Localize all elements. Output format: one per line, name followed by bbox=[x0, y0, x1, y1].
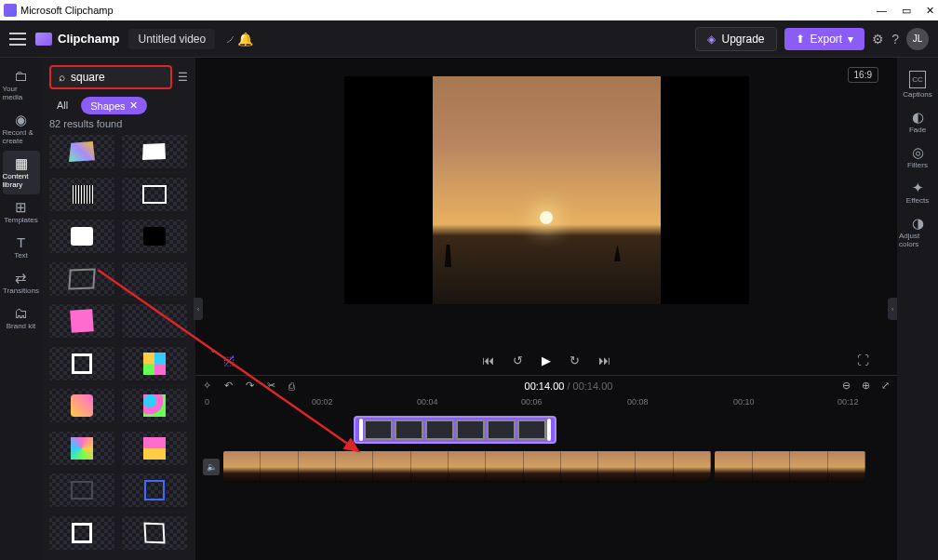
shape-thumb[interactable] bbox=[122, 178, 187, 211]
clip-handle-left[interactable] bbox=[359, 419, 363, 441]
shape-thumb[interactable] bbox=[49, 304, 114, 338]
shape-thumb[interactable] bbox=[122, 389, 187, 422]
shape-thumb[interactable] bbox=[122, 516, 187, 550]
shape-thumb[interactable] bbox=[49, 473, 114, 507]
video-preview[interactable] bbox=[344, 76, 749, 304]
settings-icon[interactable]: ⚙ bbox=[872, 32, 884, 47]
fade-icon: ◐ bbox=[912, 110, 924, 124]
video-track: 🔈 bbox=[203, 449, 890, 485]
clip-frame bbox=[364, 420, 393, 440]
shape-clip[interactable] bbox=[354, 416, 556, 444]
sun bbox=[540, 211, 553, 224]
undo-icon[interactable]: ↶ bbox=[224, 380, 233, 392]
rail-templates[interactable]: ⊞Templates bbox=[3, 194, 40, 230]
project-title[interactable]: Untitled video bbox=[128, 29, 215, 49]
aspect-badge[interactable]: 16:9 bbox=[848, 67, 878, 83]
video-clip[interactable] bbox=[715, 451, 865, 483]
timecode: 00:14.00 / 00:14.00 bbox=[525, 380, 613, 392]
shape-thumb[interactable] bbox=[122, 347, 187, 380]
shape-thumb[interactable] bbox=[122, 473, 187, 507]
minimize-window-button[interactable]: — bbox=[877, 5, 887, 17]
shape-thumb[interactable] bbox=[49, 178, 114, 211]
chevron-down-icon: ▾ bbox=[848, 33, 853, 46]
maximize-window-button[interactable]: ▭ bbox=[902, 5, 911, 17]
folder-icon: 🗀 bbox=[14, 69, 28, 83]
shape-thumb[interactable] bbox=[122, 262, 187, 296]
rail-adjust-colors[interactable]: ◑Adjust colors bbox=[899, 210, 936, 254]
titlebar-app-name: Microsoft Clipchamp bbox=[20, 5, 114, 16]
shape-thumb[interactable] bbox=[122, 304, 187, 338]
close-window-button[interactable]: ✕ bbox=[926, 5, 934, 17]
rail-transitions[interactable]: ⇄Transitions bbox=[3, 265, 40, 300]
transitions-icon: ⇄ bbox=[15, 271, 27, 285]
upload-icon: ⬆ bbox=[796, 33, 805, 46]
rail-filters[interactable]: ◎Filters bbox=[899, 140, 936, 175]
filters-icon: ◎ bbox=[912, 145, 924, 159]
zoom-in-icon[interactable]: ⊕ bbox=[862, 380, 870, 392]
shape-thumb[interactable] bbox=[122, 432, 187, 465]
speaker-icon[interactable]: 🔈 bbox=[203, 459, 220, 475]
selection-icon[interactable]: ⬚̸ bbox=[223, 353, 234, 367]
rail-your-media[interactable]: 🗀Your media bbox=[3, 63, 40, 107]
menu-button[interactable] bbox=[9, 33, 26, 46]
timeline-toolbar: ✧ ↶ ↷ ✂ ⎙ 00:14.00 / 00:14.00 ⊖ ⊕ ⤢ bbox=[195, 375, 897, 395]
cut-icon[interactable]: ✂ bbox=[267, 380, 275, 392]
brand-text: Clipchamp bbox=[58, 32, 119, 46]
app-logo-icon bbox=[4, 4, 17, 17]
close-icon[interactable]: ✕ bbox=[129, 100, 138, 112]
timeline-tracks: 🔈 bbox=[195, 412, 897, 488]
export-button[interactable]: ⬆ Export ▾ bbox=[784, 28, 865, 50]
play-icon[interactable]: ▶ bbox=[542, 353, 551, 367]
skip-end-icon[interactable]: ⏭ bbox=[598, 353, 610, 367]
thumbnail-grid bbox=[49, 135, 188, 553]
shape-thumb[interactable] bbox=[49, 389, 114, 422]
zoom-out-icon[interactable]: ⊖ bbox=[842, 380, 851, 392]
search-input[interactable]: ⌕ bbox=[49, 65, 172, 89]
rewind-icon[interactable]: ↺ bbox=[513, 353, 523, 367]
shape-thumb[interactable] bbox=[49, 135, 114, 168]
split-icon[interactable]: ⎙ bbox=[288, 380, 295, 392]
rail-text[interactable]: TText bbox=[3, 230, 40, 265]
library-icon: ▦ bbox=[15, 156, 28, 170]
brandkit-icon: 🗂 bbox=[14, 306, 28, 320]
shape-thumb[interactable] bbox=[122, 135, 187, 168]
forward-icon[interactable]: ↻ bbox=[570, 353, 580, 367]
rail-brand-kit[interactable]: 🗂Brand kit bbox=[3, 300, 40, 336]
avatar[interactable]: JL bbox=[906, 28, 929, 50]
redo-icon[interactable]: ↷ bbox=[246, 380, 254, 392]
rail-captions[interactable]: CCCaptions bbox=[899, 65, 936, 104]
collapse-panel-left[interactable]: ‹ bbox=[194, 298, 203, 320]
brand: Clipchamp bbox=[35, 32, 119, 46]
timeline-ruler[interactable]: 0 00:02 00:04 00:06 00:08 00:10 00:12 bbox=[195, 395, 897, 412]
help-icon[interactable]: ? bbox=[891, 32, 899, 47]
rail-content-library[interactable]: ▦Content library bbox=[3, 151, 40, 194]
filter-icon[interactable]: ☰ bbox=[178, 71, 188, 84]
fullscreen-icon[interactable]: ⛶ bbox=[857, 353, 869, 367]
zoom-fit-icon[interactable]: ⤢ bbox=[881, 380, 890, 392]
autofit-icon[interactable]: ✧ bbox=[203, 380, 211, 392]
shape-thumb[interactable] bbox=[49, 347, 114, 380]
clip-frame bbox=[456, 420, 485, 440]
shape-thumb[interactable] bbox=[49, 220, 114, 253]
clip-handle-right[interactable] bbox=[547, 419, 551, 441]
shape-thumb[interactable] bbox=[49, 516, 114, 550]
results-count: 82 results found bbox=[49, 118, 188, 129]
chevron-down-icon[interactable]: ⌄ bbox=[209, 344, 217, 354]
chip-shapes[interactable]: Shapes ✕ bbox=[81, 97, 146, 114]
shape-thumb[interactable] bbox=[49, 262, 114, 296]
notification-icon[interactable]: ⟋🔔 bbox=[224, 32, 253, 47]
clip-frame bbox=[517, 420, 546, 440]
upgrade-button[interactable]: ◈ Upgrade bbox=[695, 27, 776, 51]
rail-record[interactable]: ◉Record & create bbox=[3, 107, 40, 151]
shape-thumb[interactable] bbox=[49, 432, 114, 465]
search-field[interactable] bbox=[71, 71, 154, 84]
player-bar: ⬚̸ ⏮ ↺ ▶ ↻ ⏭ ⛶ bbox=[195, 346, 897, 375]
rail-fade[interactable]: ◐Fade bbox=[899, 104, 936, 140]
collapse-panel-right[interactable]: › bbox=[888, 298, 897, 320]
skip-start-icon[interactable]: ⏮ bbox=[482, 353, 494, 367]
rail-effects[interactable]: ✦Effects bbox=[899, 175, 936, 210]
video-clip[interactable] bbox=[223, 451, 711, 483]
shape-thumb[interactable] bbox=[122, 220, 187, 253]
upgrade-label: Upgrade bbox=[721, 33, 764, 46]
chip-all[interactable]: All bbox=[49, 97, 75, 114]
